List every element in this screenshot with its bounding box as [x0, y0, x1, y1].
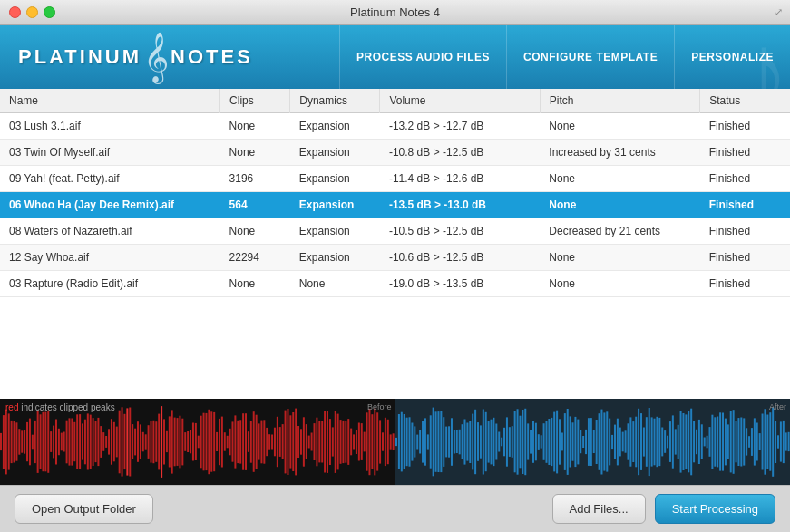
svg-rect-36	[95, 421, 97, 462]
nav-process-audio[interactable]: PROCESS AUDIO FILES	[339, 25, 506, 89]
svg-rect-106	[279, 427, 281, 457]
svg-rect-210	[553, 412, 555, 472]
svg-rect-182	[479, 425, 481, 458]
svg-rect-274	[722, 413, 724, 471]
svg-rect-124	[327, 411, 328, 473]
close-button[interactable]	[9, 6, 21, 18]
svg-rect-238	[627, 423, 629, 459]
cell-clips: None	[220, 271, 290, 297]
svg-rect-27	[71, 419, 73, 466]
cell-status: Finished	[700, 113, 790, 140]
svg-rect-93	[245, 413, 247, 470]
svg-rect-55	[145, 434, 147, 449]
svg-rect-289	[761, 414, 763, 470]
table-scroll-area[interactable]: 03 Lush 3.1.aifNoneExpansion-13.2 dB > -…	[0, 113, 790, 399]
svg-rect-102	[268, 434, 270, 450]
svg-rect-2	[5, 410, 7, 475]
svg-rect-273	[719, 412, 721, 470]
cell-dynamics: None	[290, 271, 380, 297]
svg-rect-16	[42, 412, 44, 471]
svg-rect-37	[97, 418, 99, 466]
svg-rect-39	[102, 432, 104, 451]
svg-rect-94	[248, 431, 249, 452]
svg-rect-254	[668, 421, 670, 462]
svg-rect-28	[73, 422, 75, 461]
svg-rect-119	[313, 423, 315, 460]
svg-rect-90	[237, 421, 239, 463]
svg-rect-299	[787, 432, 789, 451]
cell-name: 06 Whoo Ha (Jay Dee Remix).aif	[0, 192, 220, 218]
svg-rect-136	[358, 423, 360, 461]
svg-rect-256	[674, 429, 676, 454]
table-row[interactable]: 12 Say Whoa.aif22294Expansion-10.6 dB > …	[0, 245, 790, 271]
svg-rect-33	[87, 413, 89, 469]
svg-rect-243	[640, 413, 642, 470]
svg-rect-22	[58, 429, 60, 455]
svg-rect-170	[448, 426, 450, 457]
svg-rect-186	[490, 420, 492, 465]
svg-rect-149	[393, 433, 395, 450]
svg-rect-295	[776, 435, 778, 448]
svg-rect-169	[445, 427, 447, 458]
table-row[interactable]: 06 Whoo Ha (Jay Dee Remix).aif564Expansi…	[0, 192, 790, 218]
svg-rect-241	[635, 417, 637, 468]
cell-volume: -13.2 dB > -12.7 dB	[380, 113, 540, 140]
svg-rect-9	[24, 430, 25, 453]
cell-clips: 22294	[220, 245, 290, 271]
svg-rect-7	[18, 429, 20, 455]
svg-rect-96	[253, 411, 255, 472]
cell-pitch: None	[540, 192, 699, 218]
svg-rect-130	[342, 421, 344, 463]
svg-rect-194	[511, 426, 512, 458]
svg-rect-199	[524, 409, 526, 475]
svg-rect-112	[295, 409, 297, 476]
table-row[interactable]: 03 Rapture (Radio Edit).aifNoneNone-19.0…	[0, 271, 790, 297]
svg-rect-3	[8, 413, 10, 469]
table-row[interactable]: 09 Yah! (feat. Petty).aif3196Expansion-1…	[0, 166, 790, 192]
nav-configure-template[interactable]: CONFIGURE TEMPLATE	[506, 25, 674, 89]
svg-rect-89	[234, 415, 236, 468]
svg-rect-142	[374, 409, 375, 476]
svg-rect-291	[766, 415, 768, 469]
svg-rect-61	[161, 406, 162, 478]
table-row[interactable]: 03 Twin Of Myself.aifNoneExpansion-10.8 …	[0, 140, 790, 166]
svg-rect-225	[592, 430, 594, 453]
svg-rect-260	[685, 414, 687, 469]
svg-rect-200	[527, 423, 529, 459]
window-controls[interactable]	[9, 6, 55, 18]
svg-rect-161	[424, 418, 425, 465]
open-output-button[interactable]: Open Output Folder	[15, 494, 153, 524]
svg-rect-14	[37, 411, 39, 473]
minimize-button[interactable]	[26, 6, 38, 18]
svg-rect-206	[542, 423, 544, 460]
svg-rect-242	[638, 409, 639, 475]
svg-rect-0	[0, 433, 2, 450]
svg-rect-245	[645, 417, 647, 467]
svg-rect-24	[63, 432, 65, 452]
svg-rect-285	[750, 428, 752, 456]
cell-dynamics: Expansion	[290, 140, 380, 166]
svg-rect-47	[123, 414, 125, 469]
svg-rect-264	[695, 430, 697, 454]
svg-rect-217	[571, 422, 573, 460]
svg-rect-166	[437, 411, 439, 472]
add-files-button[interactable]: Add Files...	[552, 494, 646, 524]
table-header-row: Name Clips Dynamics Volume Pitch Status	[0, 89, 790, 113]
table-row[interactable]: 03 Lush 3.1.aifNoneExpansion-13.2 dB > -…	[0, 113, 790, 140]
svg-rect-117	[308, 436, 310, 449]
maximize-button[interactable]	[44, 6, 55, 18]
cell-clips: None	[220, 113, 290, 140]
svg-rect-155	[408, 417, 410, 466]
start-processing-button[interactable]: Start Processing	[655, 494, 775, 524]
table-row[interactable]: 08 Waters of Nazareth.aifNoneExpansion-1…	[0, 218, 790, 245]
svg-rect-141	[371, 414, 373, 469]
svg-rect-197	[519, 416, 521, 469]
logo-text-part2: NOTES	[171, 45, 253, 69]
svg-rect-261	[688, 411, 689, 473]
svg-rect-151	[397, 414, 399, 469]
svg-rect-86	[227, 436, 229, 449]
svg-rect-179	[472, 414, 473, 470]
svg-rect-292	[769, 412, 771, 471]
svg-rect-23	[61, 433, 63, 451]
cell-volume: -11.4 dB > -12.6 dB	[380, 166, 540, 192]
